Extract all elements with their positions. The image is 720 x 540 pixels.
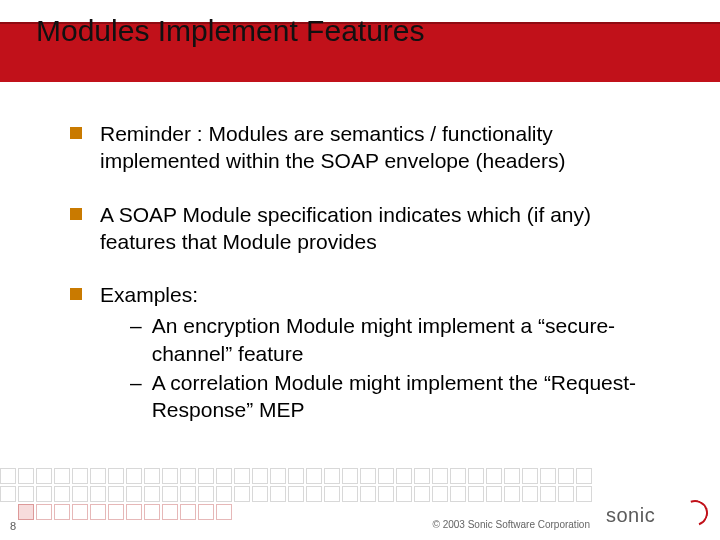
logo: sonic [606, 504, 706, 534]
copyright-text: © 2003 Sonic Software Corporation [433, 519, 590, 530]
page-number: 8 [10, 520, 16, 532]
sub-item: – An encryption Module might implement a… [130, 312, 670, 367]
slide: Modules Implement Features Reminder : Mo… [0, 0, 720, 540]
dash-icon: – [130, 369, 142, 424]
swoosh-icon [678, 496, 713, 531]
decor-squares-bottom-2 [0, 486, 594, 502]
content-area: Reminder : Modules are semantics / funct… [70, 120, 670, 450]
bullet-marker-icon [70, 127, 82, 139]
slide-title: Modules Implement Features [36, 14, 425, 48]
sub-text: An encryption Module might implement a “… [152, 312, 670, 367]
bullet-text: Examples: – An encryption Module might i… [100, 281, 670, 423]
bullet-lead: Examples: [100, 283, 198, 306]
bullet-marker-icon [70, 288, 82, 300]
bullet-marker-icon [70, 208, 82, 220]
dash-icon: – [130, 312, 142, 367]
bullet-text: A SOAP Module specification indicates wh… [100, 201, 670, 256]
decor-squares-bottom-3 [18, 504, 234, 520]
bullet-text: Reminder : Modules are semantics / funct… [100, 120, 670, 175]
sub-list: – An encryption Module might implement a… [100, 312, 670, 423]
bullet-item: Reminder : Modules are semantics / funct… [70, 120, 670, 175]
decor-squares-bottom-1 [0, 468, 594, 484]
bullet-item: Examples: – An encryption Module might i… [70, 281, 670, 423]
sub-item: – A correlation Module might implement t… [130, 369, 670, 424]
logo-text: sonic [606, 504, 655, 526]
title-bar: Modules Implement Features [0, 22, 720, 82]
sub-text: A correlation Module might implement the… [152, 369, 670, 424]
bullet-item: A SOAP Module specification indicates wh… [70, 201, 670, 256]
